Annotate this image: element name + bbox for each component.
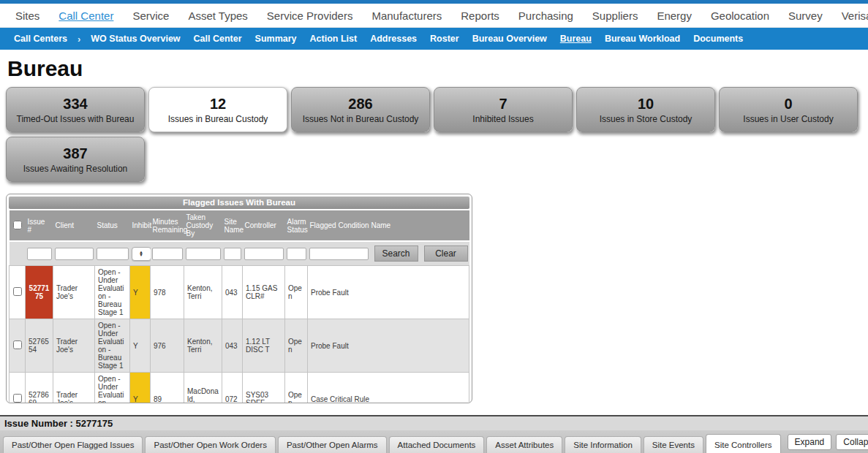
alarm-status-cell: Open	[285, 266, 308, 319]
card-issues-awaiting-resolution[interactable]: 387 Issues Awaiting Resolution	[6, 137, 145, 182]
table-row[interactable]: 5276554 Trader Joe's Open - Under Evalua…	[10, 319, 469, 373]
col-header-site-name[interactable]: Site Name	[222, 210, 243, 241]
card-issues-in-user-custody[interactable]: 0 Issues in User Custody	[719, 87, 858, 132]
subnav-item-bureau-workload[interactable]: Bureau Workload	[598, 34, 687, 44]
client-cell: Trader Joe's	[53, 266, 95, 319]
filter-inhibit-select[interactable]: ▲ ▼	[132, 247, 151, 261]
status-cell: Open - Under Evaluation - Bureau Stage 1	[95, 266, 130, 319]
clear-button[interactable]: Clear	[424, 245, 468, 262]
card-label: Inhibited Issues	[472, 114, 533, 124]
tab-past-other-open-alarms[interactable]: Past/Other Open Alarms	[278, 436, 387, 453]
flagged-condition-cell: Probe Fault	[308, 266, 469, 319]
card-issues-in-bureau-custody[interactable]: 12 Issues in Bureau Custody	[148, 87, 287, 132]
card-timed-out-issues[interactable]: 334 Timed-Out Issues with Bureau	[6, 87, 145, 132]
subnav-item-call-center[interactable]: Call Center	[187, 34, 249, 44]
inhibit-cell: Y	[130, 266, 151, 319]
card-issues-in-store-custody[interactable]: 10 Issues in Store Custody	[576, 87, 715, 132]
subnav-item-documents[interactable]: Documents	[687, 34, 750, 44]
site-name-cell: 043	[222, 319, 243, 373]
filter-controller-input[interactable]	[244, 248, 284, 260]
col-header-taken-custody-by[interactable]: Taken Custody By	[184, 210, 222, 241]
filter-client-input[interactable]	[55, 248, 94, 260]
select-all-checkbox[interactable]	[13, 221, 22, 229]
stepper-down-icon: ▼	[139, 254, 143, 256]
nav-item-asset-types[interactable]: Asset Types	[178, 9, 257, 22]
col-header-inhibit[interactable]: Inhibit	[130, 210, 151, 241]
nav-item-call-center[interactable]: Call Center	[49, 9, 123, 22]
client-cell: Trader Joe's	[53, 373, 95, 404]
taken-custody-cell: MacDonald, Jeanette	[184, 373, 222, 404]
card-count: 286	[348, 96, 372, 112]
nav-item-geolocation[interactable]: Geolocation	[701, 9, 779, 22]
row-checkbox[interactable]	[13, 340, 22, 349]
nav-item-reports[interactable]: Reports	[451, 9, 509, 22]
nav-item-suppliers[interactable]: Suppliers	[583, 9, 648, 22]
subnav-item-wo-status-overview[interactable]: WO Status Overview	[84, 34, 186, 44]
inhibit-cell: Y	[130, 373, 151, 404]
flagged-condition-cell: Case Critical Rule	[308, 373, 469, 404]
tab-asset-attributes[interactable]: Asset Attributes	[486, 436, 562, 453]
tab-past-other-open-work-orders[interactable]: Past/Other Open Work Orders	[145, 436, 275, 453]
tab-site-controllers[interactable]: Site Controllers	[706, 434, 781, 453]
status-cell: Open - Under Evaluation - Bureau Stage 1	[95, 319, 130, 373]
card-label: Issues Awaiting Resolution	[23, 164, 128, 174]
flagged-issues-panel: Flagged Issues With Bureau Issue # Clien…	[6, 194, 472, 403]
summary-cards: 334 Timed-Out Issues with Bureau 12 Issu…	[0, 87, 864, 182]
filter-flagged-condition-input[interactable]	[309, 248, 369, 260]
filter-status-input[interactable]	[97, 248, 129, 260]
alarm-status-cell: Open	[285, 373, 308, 404]
nav-item-purchasing[interactable]: Purchasing	[509, 9, 583, 22]
col-header-controller[interactable]: Controller	[243, 210, 285, 241]
nav-item-sites[interactable]: Sites	[6, 9, 49, 22]
subnav-item-roster[interactable]: Roster	[423, 34, 466, 44]
col-header-flagged-condition-name[interactable]: Flagged Condition Name	[308, 210, 469, 241]
nav-item-verisae[interactable]: Verisae	[832, 9, 868, 22]
tab-site-events[interactable]: Site Events	[644, 436, 703, 453]
expand-button[interactable]: Expand	[788, 434, 832, 450]
tab-past-other-open-flagged-issues[interactable]: Past/Other Open Flagged Issues	[3, 436, 143, 453]
col-header-issue[interactable]: Issue #	[26, 210, 53, 241]
card-count: 7	[499, 96, 507, 112]
row-checkbox[interactable]	[13, 287, 22, 296]
col-header-client[interactable]: Client	[53, 210, 95, 241]
nav-item-survey[interactable]: Survey	[779, 9, 832, 22]
card-label: Issues in User Custody	[743, 114, 833, 124]
select-all-cell	[10, 210, 26, 241]
nav-item-service[interactable]: Service	[123, 9, 178, 22]
table-row[interactable]: 5278669 Trader Joe's Open - Under Evalua…	[10, 373, 469, 404]
subnav-item-summary[interactable]: Summary	[249, 34, 303, 44]
tab-site-information[interactable]: Site Information	[565, 436, 641, 453]
table-row[interactable]: 5277175 Trader Joe's Open - Under Evalua…	[10, 266, 469, 319]
card-inhibited-issues[interactable]: 7 Inhibited Issues	[434, 87, 573, 132]
controller-cell: SYS03 SDFF	[243, 373, 285, 404]
secondary-nav: Call Centers › WO Status Overview Call C…	[0, 28, 868, 50]
nav-item-service-providers[interactable]: Service Providers	[257, 9, 363, 22]
nav-item-energy[interactable]: Energy	[647, 9, 701, 22]
tab-attached-documents[interactable]: Attached Documents	[389, 436, 485, 453]
col-header-minutes-remaining[interactable]: Minutes Remaining	[151, 210, 184, 241]
controller-cell: 1.15 GAS CLR#	[243, 266, 285, 319]
nav-item-manufacturers[interactable]: Manufacturers	[362, 9, 451, 22]
filter-minutes-input[interactable]	[152, 248, 183, 260]
col-header-status[interactable]: Status	[95, 210, 130, 241]
subnav-item-action-list[interactable]: Action List	[303, 34, 364, 44]
controller-cell: 1.12 LT DISC T	[243, 319, 285, 373]
alarm-status-cell: Open	[285, 319, 308, 373]
card-issues-not-in-bureau-custody[interactable]: 286 Issues Not in Bureau Custody	[291, 87, 430, 132]
search-button[interactable]: Search	[374, 245, 418, 262]
issue-detail-panel: Issue Number : 5277175 Past/Other Open F…	[0, 415, 868, 453]
row-checkbox[interactable]	[13, 394, 22, 403]
col-header-alarm-status[interactable]: Alarm Status	[285, 210, 308, 241]
collapse-button[interactable]: Collapse	[836, 434, 868, 450]
filter-alarm-input[interactable]	[287, 248, 306, 260]
filter-empty-cell	[10, 241, 26, 266]
subnav-item-bureau[interactable]: Bureau	[554, 34, 598, 44]
filter-site-input[interactable]	[224, 248, 241, 260]
card-count: 387	[63, 145, 87, 161]
subnav-item-bureau-overview[interactable]: Bureau Overview	[466, 34, 554, 44]
filter-issue-input[interactable]	[27, 248, 52, 260]
breadcrumb-call-centers[interactable]: Call Centers	[7, 34, 74, 44]
subnav-item-addresses[interactable]: Addresses	[363, 34, 423, 44]
filter-taken-custody-input[interactable]	[186, 248, 221, 260]
minutes-remaining-cell: 976	[151, 319, 184, 373]
